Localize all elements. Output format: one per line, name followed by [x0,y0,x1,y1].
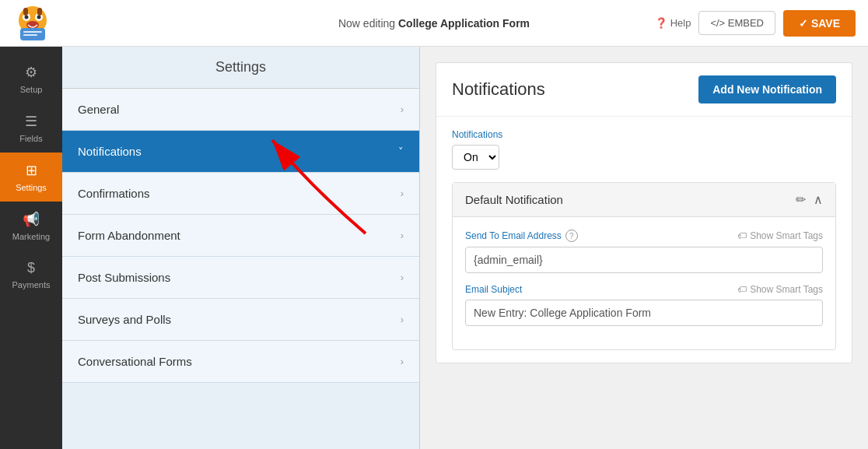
notifications-body: Notifications On Off Default Notificatio… [436,117,852,363]
send-to-row: Send To Email Address ? 🏷 Show Smart Tag… [465,230,823,242]
payments-icon: $ [27,260,35,276]
settings-menu-label: Form Abandonment [78,229,180,242]
help-button[interactable]: ❓ Help [655,17,691,29]
notifications-field-label: Notifications [452,129,836,140]
settings-page-title: Settings [62,47,419,89]
sidebar-item-label: Setup [20,85,43,94]
content-area: Settings General › Notifications ˅ Confi… [62,47,868,449]
notifications-panel-title: Notifications [452,79,545,100]
settings-menu-label: Post Submissions [78,271,170,284]
settings-menu-confirmations[interactable]: Confirmations › [62,173,419,215]
notifications-panel: Notifications Add New Notification Notif… [436,62,852,363]
settings-icon: ⊞ [26,162,37,179]
topbar-actions: ❓ Help </> EMBED ✓ SAVE [655,10,856,37]
save-button[interactable]: ✓ SAVE [783,10,856,37]
help-icon[interactable]: ? [565,230,578,242]
settings-menu-general[interactable]: General › [62,89,419,131]
svg-rect-7 [37,8,42,16]
settings-menu-label: Notifications [78,145,142,158]
default-notification-title: Default Notification [465,193,563,206]
notifications-status-select[interactable]: On Off [453,146,499,169]
main-content: Notifications Add New Notification Notif… [420,47,868,449]
sidebar-item-label: Fields [19,134,42,143]
subject-smart-tags-button[interactable]: 🏷 Show Smart Tags [737,284,823,295]
settings-menu-label: General [78,103,119,116]
embed-button[interactable]: </> EMBED [698,11,775,35]
main-layout: ⚙ Setup ☰ Fields ⊞ Settings 📢 Marketing … [0,47,868,449]
sidebar-nav: ⚙ Setup ☰ Fields ⊞ Settings 📢 Marketing … [0,47,62,449]
default-notification-header: Default Notification ✏ ∧ [453,183,835,217]
send-to-label: Send To Email Address [465,230,562,241]
svg-rect-9 [23,31,42,33]
collapse-notification-button[interactable]: ∧ [814,192,823,207]
sidebar-item-label: Settings [16,183,47,192]
tag-icon: 🏷 [737,230,747,241]
setup-icon: ⚙ [25,64,37,81]
sidebar-item-settings[interactable]: ⊞ Settings [0,153,62,202]
add-notification-button[interactable]: Add New Notification [698,75,836,103]
sidebar-item-setup[interactable]: ⚙ Setup [0,54,62,103]
chevron-right-icon: › [401,103,404,115]
chevron-down-icon: ˅ [398,146,404,157]
svg-rect-10 [23,34,37,36]
svg-point-3 [25,15,29,19]
default-notification-block: Default Notification ✏ ∧ Send To Email A… [452,182,836,350]
question-icon: ❓ [655,17,667,29]
settings-menu-surveys-polls[interactable]: Surveys and Polls › [62,299,419,341]
marketing-icon: 📢 [23,211,40,228]
settings-menu-conversational-forms[interactable]: Conversational Forms › [62,341,419,383]
editing-label: Now editing College Application Form [338,17,530,30]
settings-menu-post-submissions[interactable]: Post Submissions › [62,257,419,299]
settings-menu-label: Conversational Forms [78,355,192,368]
topbar: Now editing College Application Form ❓ H… [0,0,868,47]
notification-actions: ✏ ∧ [796,192,823,207]
fields-icon: ☰ [25,113,37,130]
chevron-right-icon: › [401,230,404,241]
app-logo [12,3,53,44]
svg-rect-6 [23,8,28,16]
subject-label: Email Subject [465,284,522,295]
send-to-email-input[interactable] [465,247,823,273]
settings-menu-label: Confirmations [78,187,150,200]
svg-point-4 [37,15,41,19]
sidebar-item-fields[interactable]: ☰ Fields [0,103,62,153]
chevron-right-icon: › [401,356,404,367]
email-subject-input[interactable] [465,300,823,326]
chevron-right-icon: › [401,314,404,325]
settings-sidebar: Settings General › Notifications ˅ Confi… [62,47,420,449]
chevron-right-icon: › [401,272,404,283]
notifications-status-select-wrap: On Off [452,145,499,170]
sidebar-item-label: Marketing [12,232,50,241]
subject-row: Email Subject 🏷 Show Smart Tags [465,284,823,295]
sidebar-item-payments[interactable]: $ Payments [0,251,62,299]
chevron-right-icon: › [401,188,404,199]
sidebar-item-label: Payments [12,280,51,289]
edit-notification-button[interactable]: ✏ [796,192,806,207]
smart-tags-button[interactable]: 🏷 Show Smart Tags [737,230,823,241]
settings-menu-notifications[interactable]: Notifications ˅ [62,131,419,173]
sidebar-item-marketing[interactable]: 📢 Marketing [0,202,62,251]
tag-icon: 🏷 [737,284,747,295]
settings-menu-label: Surveys and Polls [78,313,171,326]
settings-menu-form-abandonment[interactable]: Form Abandonment › [62,215,419,257]
default-notification-body: Send To Email Address ? 🏷 Show Smart Tag… [453,217,835,349]
notifications-header: Notifications Add New Notification [436,63,852,117]
